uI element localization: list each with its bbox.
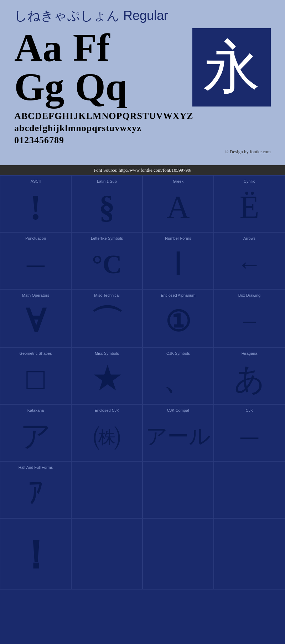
cell-bottom-empty2 [142,518,214,590]
label-latin1sup: Latin 1 Sup [73,179,140,183]
char-arrows: ← [237,242,262,286]
cell-cjkcompat: CJK Compat アール [142,404,214,461]
cell-bottom-empty1 [71,518,142,590]
char-grid-row1: ASCII ! Latin 1 Sup § Greek Α Cyrillic Ë [0,175,285,232]
label-cjksym: CJK Symbols [145,351,212,355]
char-bottom-exclaim: ！ [16,524,55,586]
char-enclosedal: ① [165,299,191,344]
cell-arrows: Arrows ← [214,232,285,289]
letter-qq: Qq [75,67,128,107]
char-misctech: ⌒ [91,299,123,344]
cell-letterlike: Letterlike Symbols °C [71,232,142,289]
char-cyrillic: Ë [240,185,259,229]
copyright: © Design by fontke.com [14,149,271,155]
char-boxdrawing: ─ [243,299,255,344]
char-grid-row3: Math Operators ∀ Misc Technical ⌒ Enclos… [0,289,285,347]
cell-enclosedcjk: Enclosed CJK ㈱ [71,404,142,461]
char-grid-row6: Half And Full Forms ｱ [0,461,285,518]
lowercase-line: abcdefghijklmnopqrstuvwxyz [14,122,271,134]
cell-halffullfoms: Half And Full Forms ｱ [0,461,71,518]
label-cjk: CJK [216,408,283,412]
char-geoshapes: □ [26,357,45,401]
cell-cjk: CJK — [214,404,285,461]
cell-empty2 [142,461,214,518]
label-katakana: Katakana [2,408,69,412]
char-cjkcompat: アール [146,414,211,458]
cell-cyrillic: Cyrillic Ë [214,175,285,232]
cell-enclosedal: Enclosed Alphanum ① [142,289,214,347]
label-numberforms: Number Forms [145,236,212,240]
cell-numberforms: Number Forms Ⅰ [142,232,214,289]
cell-bottom-exclaim: ！ [0,518,71,590]
label-mathop: Math Operators [2,293,69,297]
cell-misctech: Misc Technical ⌒ [71,289,142,347]
cell-empty3 [214,461,285,518]
char-greek: Α [167,185,190,229]
label-enclosedcjk: Enclosed CJK [73,408,140,412]
label-letterlike: Letterlike Symbols [73,236,140,240]
label-cjkcompat: CJK Compat [145,408,212,412]
cell-greek: Greek Α [142,175,214,232]
cell-katakana: Katakana ア [0,404,71,461]
top-section: しねきゃぷしょん Regular Aa Ff Gg Qq 永 ABCDEFGHI… [0,0,285,165]
char-katakana: ア [20,414,51,458]
char-halffullfoms: ｱ [28,471,43,515]
font-title: しねきゃぷしょん Regular [14,7,271,25]
label-hiragana: Hiragana [216,351,283,355]
char-numberforms: Ⅰ [173,242,183,286]
cell-latin1sup: Latin 1 Sup § [71,175,142,232]
label-greek: Greek [145,179,212,183]
cell-punctuation: Punctuation — [0,232,71,289]
cell-ascii: ASCII ! [0,175,71,232]
label-misctech: Misc Technical [73,293,140,297]
kanji-box: 永 [192,28,271,107]
kanji-char: 永 [203,39,260,96]
cell-mathop: Math Operators ∀ [0,289,71,347]
char-letterlike: °C [92,242,122,286]
latin-row-1: Aa Ff [14,28,185,67]
label-enclosedal: Enclosed Alphanum [145,293,212,297]
label-punctuation: Punctuation [2,236,69,240]
label-miscsym: Misc Symbols [73,351,140,355]
cell-miscsym: Misc Symbols ★ [71,347,142,404]
label-geoshapes: Geometric Shapes [2,351,69,355]
large-letters-container: Aa Ff Gg Qq 永 [14,28,271,107]
cell-boxdrawing: Box Drawing ─ [214,289,285,347]
char-latin1sup: § [99,185,115,229]
char-grid-row2: Punctuation — Letterlike Symbols °C Numb… [0,232,285,289]
char-mathop: ∀ [26,299,45,344]
latin-row-2: Gg Qq [14,67,185,107]
alphabet-rows: ABCDEFGHIJKLMNOPQRSTUVWXYZ abcdefghijklm… [14,110,271,146]
source-bar: Font Source: http://www.fontke.com/font/… [0,165,285,175]
char-enclosedcjk: ㈱ [93,414,121,458]
letter-aa: Aa [14,28,62,67]
label-cyrillic: Cyrillic [216,179,283,183]
digits-line: 0123456789 [14,134,271,146]
label-halffullfoms: Half And Full Forms [2,465,69,469]
latin-letters: Aa Ff Gg Qq [14,28,185,107]
cell-cjksym: CJK Symbols 、 [142,347,214,404]
label-ascii: ASCII [2,179,69,183]
cell-empty1 [71,461,142,518]
cell-bottom-empty3 [214,518,285,590]
letter-ff: Ff [73,28,110,67]
char-grid-row5: Katakana ア Enclosed CJK ㈱ CJK Compat アール… [0,404,285,461]
char-cjk: — [240,414,258,458]
cell-geoshapes: Geometric Shapes □ [0,347,71,404]
char-ascii: ! [30,185,41,229]
label-boxdrawing: Box Drawing [216,293,283,297]
letter-gg: Gg [14,67,64,107]
cell-hiragana: Hiragana あ [214,347,285,404]
uppercase-line: ABCDEFGHIJKLMNOPQRSTUVWXYZ [14,110,271,122]
char-miscsym: ★ [93,357,120,401]
char-grid-bottom: ！ [0,518,285,590]
label-arrows: Arrows [216,236,283,240]
char-hiragana: あ [234,357,265,401]
char-punctuation: — [27,242,45,286]
char-cjksym: 、 [163,357,193,401]
char-grid-row4: Geometric Shapes □ Misc Symbols ★ CJK Sy… [0,347,285,404]
